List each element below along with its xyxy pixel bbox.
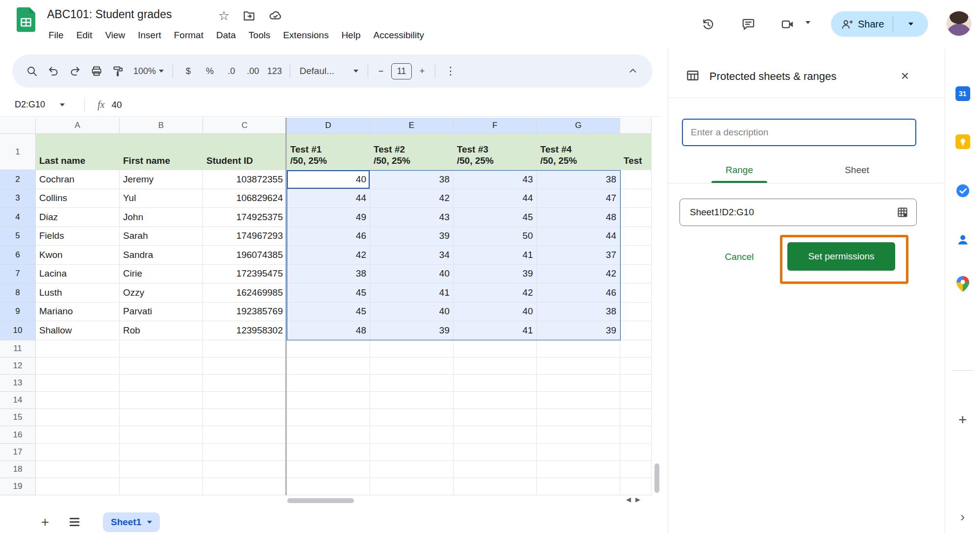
cell-A12[interactable]	[36, 357, 120, 375]
cell-E14[interactable]	[370, 392, 453, 409]
get-addons-button[interactable]: +	[952, 408, 974, 431]
cell-F17[interactable]	[453, 444, 537, 461]
cell-A10[interactable]: Shallow	[36, 321, 120, 340]
cell-G10[interactable]: 39	[537, 321, 620, 340]
share-dropdown[interactable]	[893, 23, 928, 25]
cell-E19[interactable]	[370, 478, 453, 495]
cell-G9[interactable]: 38	[537, 303, 620, 322]
name-box[interactable]: D2:G10	[0, 100, 78, 110]
cell-F11[interactable]	[453, 340, 537, 357]
share-button[interactable]: Share	[831, 11, 928, 37]
row-header-15[interactable]: 15	[0, 409, 36, 426]
menu-help[interactable]: Help	[335, 27, 367, 43]
increase-font-size-button[interactable]: +	[414, 60, 430, 82]
cell-C18[interactable]	[203, 461, 287, 478]
comments-button[interactable]	[737, 13, 759, 35]
cell-E8[interactable]: 41	[370, 283, 453, 303]
cell-G7[interactable]: 42	[537, 265, 620, 284]
sheets-logo-icon[interactable]	[17, 7, 35, 32]
cell-B2[interactable]: Jeremy	[120, 170, 203, 189]
star-icon[interactable]: ☆	[218, 9, 229, 22]
cell-E9[interactable]: 40	[370, 303, 453, 322]
cell-D11[interactable]	[287, 340, 370, 357]
menu-format[interactable]: Format	[168, 27, 210, 43]
cell-C1[interactable]: Student ID	[203, 134, 287, 170]
cell-E4[interactable]: 43	[370, 208, 453, 227]
cell-G6[interactable]: 37	[537, 246, 620, 265]
menu-insert[interactable]: Insert	[131, 27, 168, 43]
cell-G8[interactable]: 46	[537, 283, 620, 303]
cell-G4[interactable]: 48	[537, 208, 620, 227]
cell-A8[interactable]: Lusth	[36, 283, 120, 303]
cell-G1[interactable]: Test #4 /50, 25%	[537, 134, 620, 170]
cell-E15[interactable]	[370, 409, 453, 426]
row-header-13[interactable]: 13	[0, 375, 36, 392]
cell-A13[interactable]	[36, 375, 120, 392]
name-box-caret[interactable]	[60, 103, 65, 106]
cell-H11[interactable]	[620, 340, 652, 357]
cell-F10[interactable]: 41	[453, 321, 537, 340]
zoom-select[interactable]: 100%	[129, 60, 168, 82]
col-header-partial[interactable]	[620, 118, 652, 134]
avatar[interactable]	[947, 11, 971, 36]
cell-A3[interactable]: Collins	[36, 189, 120, 208]
cell-C16[interactable]	[203, 426, 287, 443]
menu-data[interactable]: Data	[210, 27, 242, 43]
cell-H7[interactable]	[620, 265, 652, 284]
menu-extensions[interactable]: Extensions	[276, 27, 335, 43]
cell-A17[interactable]	[36, 444, 120, 461]
cell-E10[interactable]: 39	[370, 321, 453, 340]
vertical-scrollbar-thumb[interactable]	[654, 463, 659, 493]
cell-B17[interactable]	[120, 444, 203, 461]
cell-D7[interactable]: 38	[287, 265, 370, 284]
search-menus-button[interactable]	[21, 60, 43, 82]
cell-D3[interactable]: 44	[287, 189, 370, 208]
cell-B15[interactable]	[120, 409, 203, 426]
cell-D4[interactable]: 49	[287, 208, 370, 227]
cell-G13[interactable]	[537, 375, 620, 392]
frozen-columns-divider[interactable]	[285, 118, 287, 495]
cell-D2[interactable]: 40	[287, 170, 370, 189]
formula-bar-value[interactable]: 40	[111, 100, 122, 110]
col-header-F[interactable]: F	[453, 118, 537, 134]
cell-F19[interactable]	[453, 478, 537, 495]
cell-A18[interactable]	[36, 461, 120, 478]
cell-D19[interactable]	[287, 478, 370, 495]
row-header-12[interactable]: 12	[0, 357, 36, 375]
cell-H5[interactable]	[620, 227, 652, 246]
meet-button[interactable]	[776, 13, 799, 35]
cell-E16[interactable]	[370, 426, 453, 443]
add-sheet-button[interactable]: +	[34, 511, 56, 533]
menu-edit[interactable]: Edit	[70, 27, 99, 43]
row-header-1[interactable]: 1	[0, 134, 36, 170]
cancel-button[interactable]: Cancel	[703, 243, 776, 271]
cell-H3[interactable]	[620, 189, 652, 208]
cell-G2[interactable]: 38	[537, 170, 620, 189]
cell-A14[interactable]	[36, 392, 120, 409]
row-header-5[interactable]: 5	[0, 227, 36, 246]
cell-A16[interactable]	[36, 426, 120, 443]
format-currency-button[interactable]: $	[177, 60, 199, 82]
row-header-8[interactable]: 8	[0, 283, 36, 303]
col-header-A[interactable]: A	[36, 118, 120, 134]
cell-F2[interactable]: 43	[453, 170, 537, 189]
cell-B18[interactable]	[120, 461, 203, 478]
close-panel-button[interactable]: ×	[896, 67, 914, 85]
cell-C6[interactable]: 196074385	[203, 246, 287, 265]
row-header-10[interactable]: 10	[0, 321, 36, 340]
cell-G14[interactable]	[537, 392, 620, 409]
row-header-4[interactable]: 4	[0, 208, 36, 227]
cell-H8[interactable]	[620, 283, 652, 303]
cell-E17[interactable]	[370, 444, 453, 461]
row-header-6[interactable]: 6	[0, 246, 36, 265]
cell-E3[interactable]: 42	[370, 189, 453, 208]
cell-F15[interactable]	[453, 409, 537, 426]
cell-H14[interactable]	[620, 392, 652, 409]
cell-B11[interactable]	[120, 340, 203, 357]
cell-C15[interactable]	[203, 409, 287, 426]
col-header-D[interactable]: D	[287, 118, 370, 134]
format-percent-button[interactable]: %	[199, 60, 221, 82]
increase-decimal-button[interactable]: .00	[242, 60, 264, 82]
cell-C9[interactable]: 192385769	[203, 303, 287, 322]
cell-B14[interactable]	[120, 392, 203, 409]
